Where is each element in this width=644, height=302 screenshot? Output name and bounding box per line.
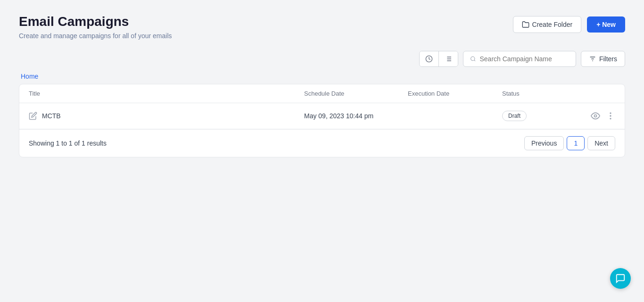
col-title: Title — [29, 90, 304, 97]
pagination-row: Showing 1 to 1 of 1 results Previous 1 N… — [19, 129, 625, 157]
svg-point-13 — [610, 113, 611, 114]
view-toggles — [419, 51, 458, 67]
create-folder-button[interactable]: Create Folder — [513, 16, 582, 33]
row-actions — [578, 111, 615, 121]
svg-point-14 — [610, 115, 611, 116]
campaign-title-cell: MCTB — [29, 112, 304, 120]
title-section: Email Campaigns Create and manage campai… — [19, 14, 172, 40]
search-icon — [470, 56, 476, 62]
edit-icon[interactable] — [29, 112, 37, 120]
next-button[interactable]: Next — [587, 136, 615, 150]
pagination-controls: Previous 1 Next — [524, 136, 615, 150]
campaigns-table: Title Schedule Date Execution Date Statu… — [19, 84, 625, 157]
filter-icon — [589, 55, 596, 63]
breadcrumb[interactable]: Home — [19, 73, 625, 80]
table-header: Title Schedule Date Execution Date Statu… — [19, 84, 625, 103]
showing-text: Showing 1 to 1 of 1 results — [29, 139, 107, 147]
list-icon — [445, 55, 452, 63]
col-schedule-date: Schedule Date — [304, 90, 408, 97]
campaign-name: MCTB — [42, 112, 61, 120]
page-title: Email Campaigns — [19, 14, 172, 29]
new-button[interactable]: + New — [587, 16, 625, 33]
search-input[interactable] — [480, 55, 569, 63]
svg-point-7 — [471, 57, 474, 60]
chat-fab-button[interactable] — [610, 268, 631, 289]
folder-icon — [522, 21, 529, 28]
header-actions: Create Folder + New — [513, 16, 625, 33]
status-badge: Draft — [502, 111, 578, 121]
filters-button[interactable]: Filters — [581, 51, 625, 67]
table-row: MCTB May 09, 2023 10:44 pm Draft — [19, 103, 625, 129]
col-execution-date: Execution Date — [408, 90, 502, 97]
schedule-date: May 09, 2023 10:44 pm — [304, 112, 408, 120]
page-subtitle: Create and manage campaigns for all of y… — [19, 32, 172, 40]
page-1-button[interactable]: 1 — [567, 136, 585, 150]
col-actions — [578, 90, 615, 97]
previous-button[interactable]: Previous — [524, 136, 564, 150]
clock-icon — [425, 55, 433, 63]
page-header: Email Campaigns Create and manage campai… — [19, 14, 625, 40]
search-box — [463, 51, 576, 67]
list-view-button[interactable] — [439, 51, 458, 66]
svg-point-12 — [594, 115, 597, 117]
svg-line-8 — [474, 60, 475, 61]
chat-icon — [615, 273, 626, 284]
svg-point-15 — [610, 118, 611, 119]
preview-icon[interactable] — [591, 111, 600, 121]
clock-view-button[interactable] — [420, 51, 439, 66]
more-options-icon[interactable] — [606, 111, 615, 121]
col-status: Status — [502, 90, 578, 97]
toolbar: Filters — [19, 51, 625, 67]
